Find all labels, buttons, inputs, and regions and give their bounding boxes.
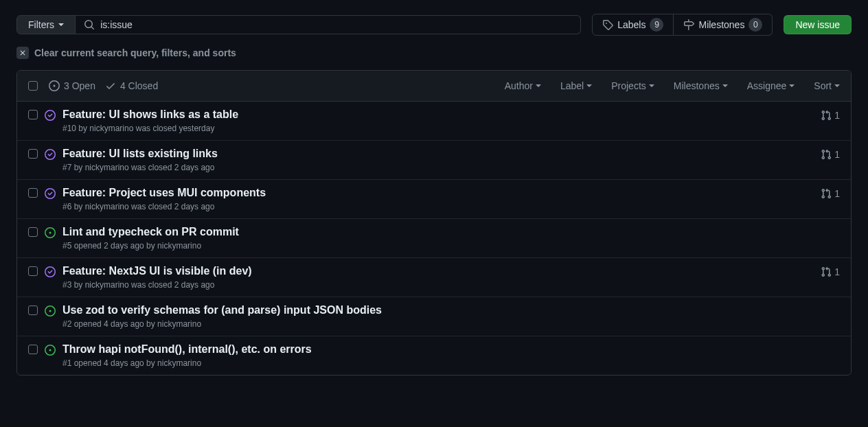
labels-milestones-group: Labels 9 Milestones 0 <box>592 14 773 36</box>
issue-row: Feature: UI shows links as a table#10 by… <box>17 102 851 141</box>
pr-count-label: 1 <box>834 149 840 160</box>
closed-count-label: 4 Closed <box>120 80 158 91</box>
search-input[interactable] <box>100 19 572 30</box>
caret-down-icon <box>536 84 541 87</box>
issue-open-icon <box>49 80 60 91</box>
caret-down-icon <box>586 84 592 87</box>
new-issue-button[interactable]: New issue <box>784 15 852 34</box>
issue-row: Throw hapi notFound(), internal(), etc. … <box>17 336 851 375</box>
filter-author[interactable]: Author <box>505 80 541 91</box>
labels-button[interactable]: Labels 9 <box>592 14 674 36</box>
issue-closed-icon <box>45 110 56 121</box>
clear-label: Clear current search query, filters, and… <box>34 47 236 58</box>
filter-milestones[interactable]: Milestones <box>674 80 728 91</box>
filter-label: Sort <box>814 80 832 91</box>
pr-count-label: 1 <box>834 110 840 121</box>
issue-title-link[interactable]: Lint and typecheck on PR commit <box>62 226 239 238</box>
linked-pr-count[interactable]: 1 <box>812 187 840 211</box>
pr-count-label: 1 <box>834 266 840 277</box>
caret-down-icon <box>649 84 654 87</box>
issue-title-link[interactable]: Feature: UI lists existing links <box>62 148 218 159</box>
caret-down-icon <box>789 84 795 87</box>
issue-row: Feature: UI lists existing links#7 by ni… <box>17 141 851 180</box>
close-icon <box>16 47 29 59</box>
issues-header: 3 Open 4 Closed AuthorLabelProjectsMiles… <box>17 71 851 102</box>
search-wrap[interactable] <box>76 15 581 34</box>
pull-request-icon <box>821 266 832 277</box>
pull-request-icon <box>821 149 832 160</box>
milestones-count: 0 <box>749 18 762 32</box>
linked-pr-count[interactable]: 1 <box>812 108 840 133</box>
new-issue-label: New issue <box>795 19 840 30</box>
filter-label: Label <box>560 80 584 91</box>
labels-label: Labels <box>617 19 646 30</box>
filter-projects[interactable]: Projects <box>611 80 654 91</box>
issue-title-link[interactable]: Use zod to verify schemas for (and parse… <box>62 304 382 316</box>
tag-icon <box>602 19 613 30</box>
issue-meta: #3 by nickymarino was closed 2 days ago <box>62 280 806 290</box>
filter-label: Assignee <box>747 80 787 91</box>
issue-row: Lint and typecheck on PR commit#5 opened… <box>17 219 851 258</box>
filters-label: Filters <box>28 19 54 30</box>
issue-closed-icon <box>45 149 56 160</box>
issue-meta: #5 opened 2 days ago by nickymarino <box>62 241 806 251</box>
milestone-icon <box>683 19 694 30</box>
milestones-label: Milestones <box>698 19 744 30</box>
filter-sort[interactable]: Sort <box>814 80 840 91</box>
labels-count: 9 <box>650 18 663 32</box>
search-icon <box>84 19 95 30</box>
open-issues-link[interactable]: 3 Open <box>49 80 95 91</box>
caret-down-icon <box>722 84 728 87</box>
issue-checkbox[interactable] <box>28 266 38 276</box>
issue-closed-icon <box>45 188 56 199</box>
check-icon <box>105 80 116 91</box>
pr-count-label: 1 <box>834 188 840 199</box>
filter-label: Milestones <box>674 80 720 91</box>
issue-open-icon <box>45 305 56 316</box>
linked-pr-count[interactable]: 1 <box>812 265 840 290</box>
linked-pr-count[interactable]: 1 <box>812 148 840 172</box>
issue-checkbox[interactable] <box>28 227 38 237</box>
issue-checkbox[interactable] <box>28 305 38 315</box>
issue-row: Feature: Project uses MUI components#6 b… <box>17 180 851 219</box>
open-count-label: 3 Open <box>64 80 95 91</box>
closed-issues-link[interactable]: 4 Closed <box>105 80 158 91</box>
caret-down-icon <box>58 23 64 26</box>
issue-closed-icon <box>45 266 56 277</box>
issue-meta: #1 opened 4 days ago by nickymarino <box>62 358 806 368</box>
filter-label: Author <box>505 80 533 91</box>
issue-open-icon <box>45 345 56 356</box>
clear-filters-link[interactable]: Clear current search query, filters, and… <box>16 47 852 59</box>
issue-open-icon <box>45 227 56 238</box>
issue-meta: #10 by nickymarino was closed yesterday <box>62 124 806 133</box>
pull-request-icon <box>821 110 832 121</box>
issue-meta: #2 opened 4 days ago by nickymarino <box>62 319 806 329</box>
issue-checkbox[interactable] <box>28 345 38 354</box>
issue-title-link[interactable]: Throw hapi notFound(), internal(), etc. … <box>62 343 312 355</box>
issue-checkbox[interactable] <box>28 110 38 119</box>
issue-meta: #7 by nickymarino was closed 2 days ago <box>62 163 806 172</box>
issues-list: 3 Open 4 Closed AuthorLabelProjectsMiles… <box>16 70 852 376</box>
issue-title-link[interactable]: Feature: Project uses MUI components <box>62 187 266 198</box>
issue-title-link[interactable]: Feature: NextJS UI is visible (in dev) <box>62 265 252 277</box>
issue-checkbox[interactable] <box>28 149 38 159</box>
milestones-button[interactable]: Milestones 0 <box>674 14 773 36</box>
issue-meta: #6 by nickymarino was closed 2 days ago <box>62 202 806 211</box>
issue-row: Use zod to verify schemas for (and parse… <box>17 297 851 336</box>
issue-title-link[interactable]: Feature: UI shows links as a table <box>62 108 238 120</box>
filters-button[interactable]: Filters <box>16 15 76 34</box>
issue-row: Feature: NextJS UI is visible (in dev)#3… <box>17 258 851 297</box>
pull-request-icon <box>821 188 832 199</box>
issue-checkbox[interactable] <box>28 188 38 198</box>
caret-down-icon <box>834 84 840 87</box>
filter-assignee[interactable]: Assignee <box>747 80 795 91</box>
filter-label[interactable]: Label <box>560 80 592 91</box>
filter-label: Projects <box>611 80 646 91</box>
select-all-checkbox[interactable] <box>28 81 38 91</box>
